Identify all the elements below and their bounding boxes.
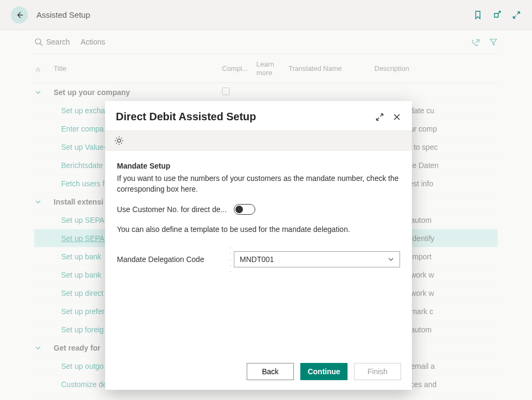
popout-icon[interactable] bbox=[492, 10, 502, 20]
page-title: Assisted Setup bbox=[36, 10, 90, 19]
toggle-label: Use Customer No. for direct de... bbox=[117, 205, 230, 214]
select-value: MNDT001 bbox=[240, 255, 274, 264]
assisted-setup-modal: Direct Debit Assisted Setup Mandate Setu… bbox=[105, 101, 412, 390]
back-button[interactable] bbox=[11, 6, 28, 24]
filter-icon[interactable] bbox=[489, 38, 498, 46]
group-row[interactable]: Set up your company bbox=[34, 83, 498, 101]
chevron-down-icon[interactable] bbox=[34, 198, 50, 206]
search-action[interactable]: Search bbox=[34, 38, 70, 46]
share-icon[interactable] bbox=[472, 38, 482, 46]
modal-section-heading: Mandate Setup bbox=[117, 162, 400, 170]
svg-point-0 bbox=[35, 39, 41, 44]
expand-icon[interactable] bbox=[512, 10, 521, 20]
svg-point-1 bbox=[117, 139, 121, 142]
bookmark-icon[interactable] bbox=[473, 10, 483, 20]
modal-expand-icon[interactable] bbox=[375, 113, 384, 121]
page-header: Assisted Setup bbox=[0, 0, 532, 30]
finish-button[interactable]: Finish bbox=[354, 363, 401, 380]
col-header-title[interactable]: Title bbox=[50, 64, 222, 72]
page-toolbar: Search Actions bbox=[34, 30, 498, 54]
completed-checkbox[interactable] bbox=[222, 88, 230, 95]
select-label: Mandate Delegation Code bbox=[117, 255, 230, 264]
modal-action-bar bbox=[105, 130, 412, 151]
search-icon bbox=[34, 38, 43, 46]
mandate-delegation-select[interactable]: MNDT001 bbox=[234, 251, 400, 267]
back-button[interactable]: Back bbox=[247, 363, 294, 380]
actions-menu[interactable]: Actions bbox=[80, 38, 105, 46]
chevron-down-icon bbox=[388, 256, 394, 263]
grid-header-row: Title Compl... Learn more Translated Nam… bbox=[34, 54, 498, 83]
group-label: Set up your company bbox=[50, 88, 222, 97]
chevron-down-icon[interactable] bbox=[34, 89, 50, 96]
col-header-translated[interactable]: Translated Name bbox=[289, 64, 374, 72]
chevron-down-icon[interactable] bbox=[34, 344, 50, 352]
search-label: Search bbox=[46, 38, 70, 46]
col-header-description[interactable]: Description bbox=[374, 64, 498, 72]
field-dots: · · · · · bbox=[230, 245, 234, 274]
col-header-learn-more[interactable]: Learn more bbox=[256, 60, 289, 77]
col-header-completed[interactable]: Compl... bbox=[222, 64, 256, 72]
gear-icon[interactable] bbox=[114, 135, 124, 146]
modal-title: Direct Debit Assisted Setup bbox=[116, 111, 256, 123]
modal-sub-text: You can also define a template to be use… bbox=[117, 224, 400, 235]
continue-button[interactable]: Continue bbox=[300, 363, 348, 380]
use-customer-no-toggle[interactable] bbox=[234, 204, 255, 215]
arrow-left-icon bbox=[15, 11, 24, 19]
modal-intro-text: If you want to use the numbers of your c… bbox=[117, 173, 400, 194]
collapse-all-icon[interactable] bbox=[34, 65, 50, 72]
modal-close-icon[interactable] bbox=[393, 113, 401, 121]
